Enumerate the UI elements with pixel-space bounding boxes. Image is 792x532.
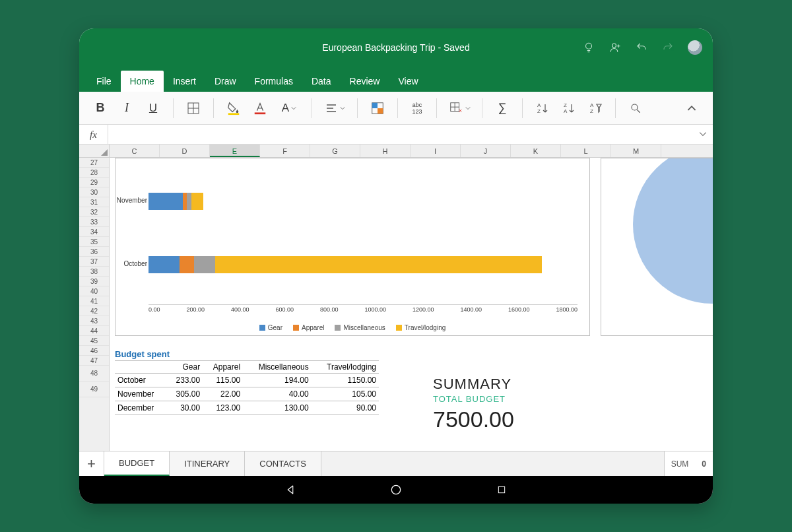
sheet-tab-budget[interactable]: BUDGET — [104, 451, 170, 476]
chart-tick: 800.00 — [320, 306, 339, 316]
chart-segment-apparel — [180, 256, 194, 273]
android-nav-bar — [79, 476, 713, 504]
formula-input[interactable] — [108, 125, 693, 144]
sort-asc-button[interactable]: AZ — [531, 96, 554, 120]
select-all-corner[interactable] — [79, 145, 110, 157]
row-header-34[interactable]: 34 — [79, 227, 109, 237]
tab-file[interactable]: File — [87, 71, 121, 92]
col-header-D[interactable]: D — [160, 145, 210, 157]
conditional-format-button[interactable] — [366, 96, 389, 120]
sheet-tab-contacts[interactable]: CONTACTS — [245, 451, 321, 476]
table-row[interactable]: October233.00115.00194.001150.00 — [115, 374, 379, 387]
share-person-icon[interactable] — [609, 41, 622, 54]
fx-icon[interactable]: fx — [79, 125, 108, 145]
android-back-button[interactable] — [284, 483, 297, 496]
find-button[interactable] — [624, 96, 647, 120]
col-header-M[interactable]: M — [611, 145, 661, 157]
tab-home[interactable]: Home — [121, 71, 164, 92]
chart-segment-travel/lodging — [191, 193, 203, 210]
chart-segment-travel/lodging — [215, 256, 542, 273]
font-size-button[interactable]: A — [275, 96, 304, 120]
row-header-44[interactable]: 44 — [79, 326, 109, 336]
row-header-38[interactable]: 38 — [79, 267, 109, 277]
formula-expand-button[interactable] — [693, 129, 713, 141]
borders-button[interactable] — [182, 96, 205, 120]
col-header-J[interactable]: J — [461, 145, 511, 157]
tab-formulas[interactable]: Formulas — [246, 71, 302, 92]
row-header-45[interactable]: 45 — [79, 336, 109, 346]
budget-data-table[interactable]: GearApparelMiscellaneousTravel/lodgingOc… — [115, 360, 379, 415]
underline-button[interactable]: U — [141, 96, 165, 120]
table-row[interactable]: November305.0022.0040.00105.00 — [115, 387, 379, 401]
summary-total-value: 7500.00 — [433, 407, 514, 432]
row-header-43[interactable]: 43 — [79, 316, 109, 326]
row-header-35[interactable]: 35 — [79, 237, 109, 247]
chart-tick: 200.00 — [186, 306, 205, 316]
ribbon-collapse-button[interactable] — [680, 96, 704, 120]
row-header-36[interactable]: 36 — [79, 247, 109, 257]
col-header-H[interactable]: H — [360, 145, 411, 157]
alignment-button[interactable] — [320, 96, 349, 120]
row-header-48[interactable]: 48 — [79, 366, 109, 382]
add-sheet-button[interactable]: + — [79, 451, 104, 476]
sort-desc-button[interactable]: ZA — [557, 96, 581, 120]
col-header-E[interactable]: E — [210, 145, 260, 157]
number-format-button[interactable]: abc123 — [406, 96, 428, 120]
stacked-bar-chart[interactable]: NovemberOctober 0.00200.00400.00600.0080… — [115, 158, 590, 336]
redo-icon[interactable] — [661, 41, 675, 54]
col-header-G[interactable]: G — [310, 145, 360, 157]
col-header-I[interactable]: I — [411, 145, 461, 157]
row-header-30[interactable]: 30 — [79, 187, 109, 197]
pie-chart-preview[interactable] — [601, 158, 713, 336]
bold-button[interactable]: B — [88, 96, 112, 120]
row-header-29[interactable]: 29 — [79, 178, 109, 187]
row-header-46[interactable]: 46 — [79, 346, 109, 356]
svg-rect-6 — [255, 112, 266, 114]
chart-tick: 1000.00 — [364, 306, 386, 316]
font-color-button[interactable] — [248, 96, 272, 120]
sheet-tab-itinerary[interactable]: ITINERARY — [170, 451, 245, 476]
row-header-40[interactable]: 40 — [79, 286, 109, 296]
row-header-47[interactable]: 47 — [79, 356, 109, 366]
svg-text:A: A — [590, 102, 594, 108]
row-header-32[interactable]: 32 — [79, 207, 109, 217]
tab-view[interactable]: View — [389, 71, 427, 92]
italic-button[interactable]: I — [115, 96, 139, 120]
title-actions — [582, 28, 702, 67]
tab-draw[interactable]: Draw — [205, 71, 246, 92]
row-header-49[interactable]: 49 — [79, 382, 109, 397]
row-header-39[interactable]: 39 — [79, 277, 109, 286]
col-header-C[interactable]: C — [110, 145, 160, 157]
row-header-33[interactable]: 33 — [79, 217, 109, 227]
tab-insert[interactable]: Insert — [164, 71, 205, 92]
row-header-27[interactable]: 27 — [79, 158, 109, 168]
android-home-button[interactable] — [389, 483, 403, 496]
chart-segment-miscellaneous — [187, 193, 191, 210]
fill-color-button[interactable] — [222, 96, 246, 120]
col-header-K[interactable]: K — [511, 145, 561, 157]
autosum-button[interactable]: ∑ — [490, 96, 514, 120]
ribbon-toolbar: B I U A abc123 ∑ — [79, 92, 713, 125]
svg-point-24 — [391, 485, 400, 494]
android-recent-button[interactable] — [495, 483, 508, 496]
insert-delete-button[interactable] — [445, 96, 474, 120]
chart-category-label: November — [114, 197, 147, 204]
row-header-31[interactable]: 31 — [79, 197, 109, 207]
lightbulb-icon[interactable] — [582, 41, 595, 54]
table-row[interactable]: December30.00123.00130.0090.00 — [115, 401, 379, 415]
sheet-canvas[interactable]: NovemberOctober 0.00200.00400.00600.0080… — [110, 158, 713, 451]
col-header-F[interactable]: F — [260, 145, 310, 157]
col-header-L[interactable]: L — [561, 145, 611, 157]
row-header-28[interactable]: 28 — [79, 168, 109, 178]
tab-review[interactable]: Review — [341, 71, 389, 92]
row-header-41[interactable]: 41 — [79, 296, 109, 306]
tab-data[interactable]: Data — [302, 71, 341, 92]
legend-item: Travel/lodging — [396, 324, 446, 331]
chart-segment-gear — [148, 193, 183, 210]
filter-button[interactable]: AZ — [583, 96, 607, 120]
undo-icon[interactable] — [635, 41, 648, 54]
budget-title: Budget spent — [115, 349, 379, 360]
row-header-37[interactable]: 37 — [79, 257, 109, 267]
row-header-42[interactable]: 42 — [79, 306, 109, 316]
user-avatar[interactable] — [688, 40, 702, 55]
